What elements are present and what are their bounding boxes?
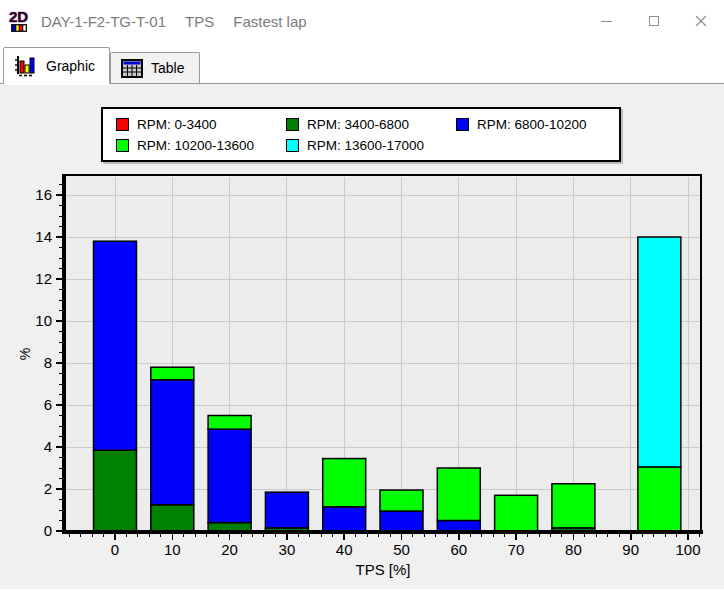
- bar-segment: [265, 492, 308, 528]
- x-tick-label: 20: [221, 541, 238, 558]
- graphic-pane: RPM: 0-3400RPM: 3400-6800RPM: 6800-10200…: [0, 84, 724, 589]
- maximize-icon: [649, 16, 659, 26]
- y-tick-label: 12: [35, 270, 52, 287]
- tab-graphic-label: Graphic: [46, 58, 95, 74]
- legend-item-4: RPM: 13600-17000: [286, 138, 456, 153]
- bar-segment: [323, 459, 366, 507]
- legend-swatch-icon: [116, 118, 129, 131]
- x-tick-label: 100: [675, 541, 700, 558]
- y-tick-label: 8: [44, 354, 52, 371]
- y-tick-label: 14: [35, 228, 52, 245]
- bar-segment: [437, 521, 480, 532]
- bar-chart-icon: [14, 55, 38, 77]
- y-tick-label: 6: [44, 396, 52, 413]
- bar-segment: [208, 523, 251, 531]
- x-tick-label: 40: [336, 541, 353, 558]
- legend-swatch-icon: [286, 139, 299, 152]
- bar-segment: [638, 237, 681, 467]
- x-tick-label: 60: [450, 541, 467, 558]
- y-axis-label: %: [17, 348, 33, 360]
- legend-swatch-icon: [116, 139, 129, 152]
- table-icon: [121, 59, 143, 78]
- legend-label: RPM: 13600-17000: [307, 138, 424, 153]
- svg-text:2D: 2D: [9, 8, 28, 25]
- x-axis-label: TPS [%]: [355, 561, 410, 578]
- bar-segment: [94, 450, 137, 531]
- tab-graphic[interactable]: Graphic: [3, 47, 110, 84]
- bar-segment: [552, 484, 595, 528]
- window-titlebar: 2D DAY-1-F2-TG-T-01TPSFastest lap: [0, 0, 724, 42]
- y-tick-label: 10: [35, 312, 52, 329]
- close-button[interactable]: [677, 0, 724, 42]
- bar-segment: [638, 467, 681, 531]
- bar-segment: [437, 468, 480, 521]
- minimize-icon: [601, 21, 612, 22]
- maximize-button[interactable]: [630, 0, 677, 42]
- bar-segment: [380, 511, 423, 531]
- x-tick-label: 30: [279, 541, 296, 558]
- legend-label: RPM: 6800-10200: [477, 117, 587, 132]
- bar-segment: [94, 241, 137, 450]
- bar-segment: [208, 416, 251, 430]
- x-tick-label: 90: [622, 541, 639, 558]
- title-filename: DAY-1-F2-TG-T-01: [41, 13, 166, 30]
- 2d-datarecording-logo-icon: 2D: [7, 8, 34, 35]
- legend-item-2: RPM: 6800-10200: [456, 117, 613, 132]
- legend-grid: RPM: 0-3400RPM: 3400-6800RPM: 6800-10200…: [116, 117, 613, 153]
- y-tick-label: 2: [44, 480, 52, 497]
- bar-segment: [208, 429, 251, 522]
- x-tick-label: 80: [565, 541, 582, 558]
- legend-label: RPM: 0-3400: [137, 117, 217, 132]
- title-channel: TPS: [185, 13, 214, 30]
- close-icon: [695, 15, 707, 27]
- bar-segment: [323, 507, 366, 531]
- x-tick-label: 50: [393, 541, 410, 558]
- x-tick-label: 0: [111, 541, 119, 558]
- chart-legend: RPM: 0-3400RPM: 3400-6800RPM: 6800-10200…: [101, 107, 621, 162]
- y-tick-label: 4: [44, 438, 52, 455]
- x-tick-label: 70: [508, 541, 525, 558]
- legend-swatch-icon: [456, 118, 469, 131]
- legend-item-1: RPM: 3400-6800: [286, 117, 456, 132]
- legend-swatch-icon: [286, 118, 299, 131]
- bar-segment: [151, 380, 194, 505]
- legend-item-0: RPM: 0-3400: [116, 117, 286, 132]
- tab-table[interactable]: Table: [110, 52, 199, 83]
- legend-label: RPM: 10200-13600: [137, 138, 254, 153]
- y-tick-label: 16: [35, 186, 52, 203]
- legend-item-3: RPM: 10200-13600: [116, 138, 286, 153]
- bar-segment: [495, 495, 538, 531]
- bar-segment: [151, 367, 194, 380]
- x-tick-label: 10: [164, 541, 181, 558]
- minimize-button[interactable]: [583, 0, 630, 42]
- title-mode: Fastest lap: [233, 13, 306, 30]
- tab-table-label: Table: [151, 60, 184, 76]
- legend-label: RPM: 3400-6800: [307, 117, 409, 132]
- view-tabstrip: Graphic Table: [0, 42, 724, 84]
- bar-segment: [380, 490, 423, 511]
- bar-segment: [151, 505, 194, 531]
- window-title: DAY-1-F2-TG-T-01TPSFastest lap: [41, 13, 326, 30]
- y-tick-label: 0: [44, 522, 52, 539]
- window-controls: [583, 0, 724, 42]
